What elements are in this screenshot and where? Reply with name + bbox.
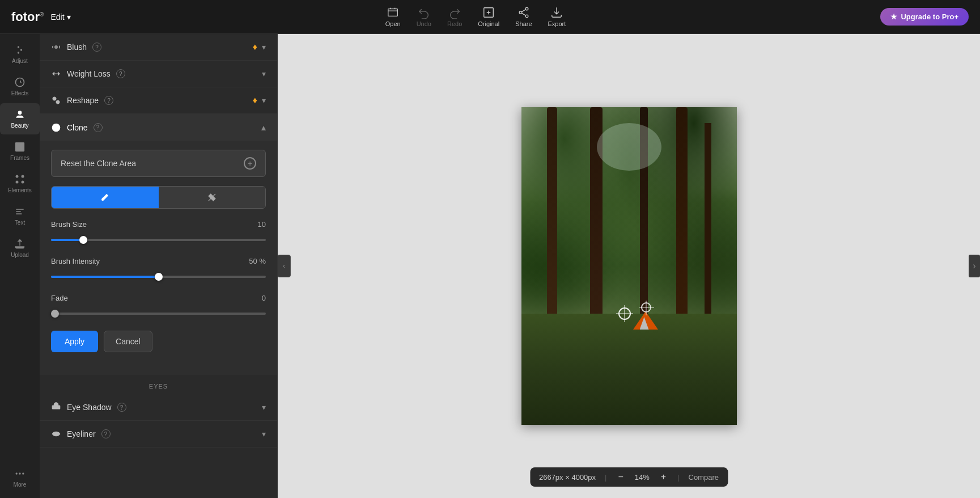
original-button[interactable]: Original [478, 6, 499, 27]
svg-point-11 [16, 175, 19, 178]
apply-button[interactable]: Apply [51, 331, 98, 352]
svg-point-7 [18, 52, 19, 53]
reshape-gold-icon: ♦ [253, 95, 257, 105]
crosshair-target [641, 302, 651, 313]
sidebar-label-text: Text [15, 220, 25, 226]
open-button[interactable]: Open [385, 6, 401, 27]
zoom-out-button[interactable]: − [616, 472, 625, 482]
svg-point-15 [16, 472, 18, 474]
redo-icon [448, 6, 461, 19]
reshape-help-icon[interactable]: ? [104, 96, 113, 105]
weight-loss-chevron-icon: ▾ [262, 69, 266, 78]
bottom-status-bar: 2667px × 4000px | − 14% + | Compare [530, 467, 728, 487]
eyeliner-help-icon[interactable]: ? [101, 429, 111, 438]
chevron-down-icon: ▾ [67, 12, 71, 22]
effects-icon [14, 77, 26, 88]
svg-point-6 [20, 49, 22, 50]
logo: fotor® [11, 10, 44, 24]
sidebar-label-beauty: Beauty [11, 123, 28, 129]
upload-icon [14, 238, 26, 250]
eye-shadow-chevron-icon: ▾ [262, 403, 266, 412]
sidebar-label-frames: Frames [10, 155, 29, 161]
sidebar-item-beauty[interactable]: Beauty [0, 103, 40, 134]
reshape-label: Reshape [67, 96, 99, 105]
open-icon [387, 6, 399, 19]
sidebar-item-more[interactable]: More [0, 462, 40, 493]
panel-item-eyeliner[interactable]: Eyeliner ? ▾ [40, 421, 277, 448]
brush-intensity-value: 50 % [249, 257, 266, 265]
image-dimensions: 2667px × 4000px [539, 473, 596, 482]
edit-button[interactable]: Edit ▾ [50, 12, 70, 22]
tree-trunk-1 [547, 107, 557, 345]
svg-point-2 [525, 7, 528, 10]
star-icon: ★ [890, 12, 897, 21]
clone-help-icon[interactable]: ? [94, 123, 103, 132]
right-edge-button[interactable]: › [969, 255, 980, 277]
reset-clone-button[interactable]: Reset the Clone Area + [51, 150, 266, 177]
panel-item-eye-shadow[interactable]: Eye Shadow ? ▾ [40, 394, 277, 421]
elements-icon [14, 174, 26, 185]
eye-shadow-help-icon[interactable]: ? [117, 403, 126, 412]
sidebar-item-elements[interactable]: Elements [0, 168, 40, 199]
brush-paint-button[interactable] [52, 187, 159, 208]
compare-button[interactable]: Compare [689, 473, 719, 482]
brush-erase-button[interactable] [159, 187, 266, 208]
eye-shadow-icon [51, 402, 61, 412]
weight-loss-label: Weight Loss [67, 69, 111, 78]
svg-point-4 [525, 15, 528, 18]
crosshair-source [618, 307, 631, 320]
blush-label: Blush [67, 43, 87, 52]
upgrade-button[interactable]: ★ Upgrade to Pro+ [880, 8, 969, 26]
brush-intensity-slider[interactable] [51, 271, 266, 282]
eyeliner-label: Eyeliner [67, 429, 96, 438]
eyes-section-label: EYES [40, 375, 277, 394]
brush-toggle [51, 186, 266, 209]
sidebar-label-upload: Upload [11, 252, 29, 258]
blush-help-icon[interactable]: ? [92, 43, 101, 52]
sidebar-item-adjust[interactable]: Adjust [0, 39, 40, 70]
zoom-in-button[interactable]: + [659, 472, 668, 482]
export-icon [550, 6, 563, 19]
main-content: Adjust Effects Beauty Frames Elements Te… [0, 34, 980, 498]
brush-size-value: 10 [258, 220, 266, 229]
beauty-icon [14, 109, 26, 120]
reshape-icon [51, 95, 61, 105]
undo-icon [418, 6, 430, 19]
sidebar-item-upload[interactable]: Upload [0, 233, 40, 264]
sidebar-label-more: More [14, 482, 27, 488]
clone-collapse-icon[interactable]: ▴ [261, 122, 266, 133]
clone-header[interactable]: Clone ? ▴ [40, 114, 277, 141]
forest-background [521, 107, 737, 425]
sidebar-item-effects[interactable]: Effects [0, 71, 40, 102]
action-buttons: Apply Cancel [51, 331, 266, 352]
panel-item-blush[interactable]: Blush ? ♦ ▾ [40, 34, 277, 61]
weight-loss-help-icon[interactable]: ? [116, 69, 125, 78]
panel-item-weight-loss[interactable]: Weight Loss ? ▾ [40, 61, 277, 87]
eye-shadow-label: Eye Shadow [67, 403, 112, 412]
tree-trunk-5 [705, 123, 711, 322]
panel-item-reshape[interactable]: Reshape ? ♦ ▾ [40, 87, 277, 114]
redo-button[interactable]: Redo [447, 6, 462, 27]
undo-button[interactable]: Undo [417, 6, 431, 27]
sidebar-label-adjust: Adjust [12, 58, 28, 64]
sidebar-item-text[interactable]: Text [0, 200, 40, 231]
logo-sup: ® [40, 11, 44, 17]
fade-slider[interactable] [51, 308, 266, 319]
sidebar-item-frames[interactable]: Frames [0, 136, 40, 167]
topbar: fotor® Edit ▾ Open Undo Redo Original [0, 0, 980, 34]
weight-loss-icon [51, 69, 61, 79]
plus-circle-icon: + [244, 157, 256, 170]
text-icon [14, 206, 26, 217]
brush-intensity-section: Brush Intensity 50 % [51, 257, 266, 282]
icon-sidebar: Adjust Effects Beauty Frames Elements Te… [0, 34, 40, 498]
share-button[interactable]: Share [515, 6, 532, 27]
brush-size-slider[interactable] [51, 234, 266, 246]
clone-body: Reset the Clone Area + Brush Size [40, 141, 277, 375]
svg-point-17 [22, 472, 24, 474]
fade-value: 0 [262, 294, 266, 302]
cancel-button[interactable]: Cancel [104, 331, 152, 352]
export-button[interactable]: Export [548, 6, 566, 27]
collapse-panel-button[interactable]: ‹ [278, 255, 291, 277]
svg-point-3 [519, 11, 522, 14]
svg-point-14 [22, 181, 24, 184]
